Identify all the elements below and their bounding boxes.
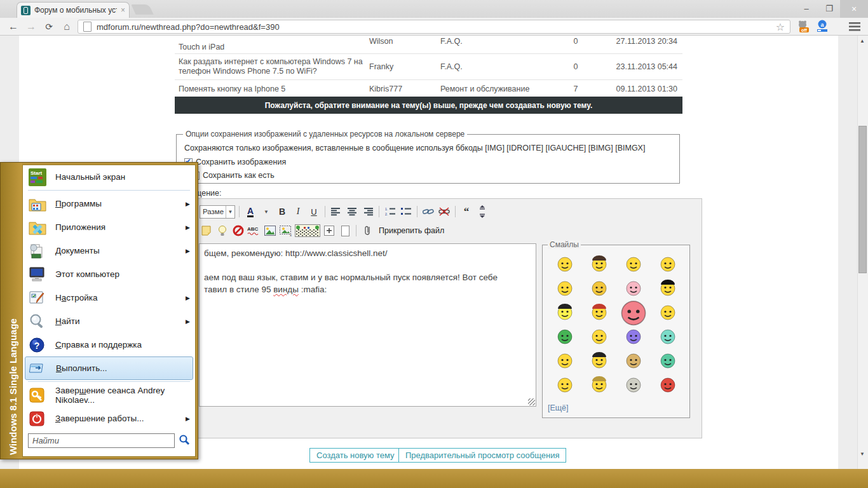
smiley-butt-icon[interactable] xyxy=(625,280,642,299)
smiley-thumbs-up-icon[interactable] xyxy=(557,376,573,395)
note-icon[interactable] xyxy=(200,224,214,238)
remove-link-button[interactable] xyxy=(437,205,451,219)
smiley-halo-smile-icon[interactable] xyxy=(660,255,676,274)
thread-section[interactable]: F.A.Q. xyxy=(440,36,556,53)
attach-icon[interactable] xyxy=(360,224,374,238)
smiley-old-man-icon[interactable] xyxy=(625,376,642,395)
underline-button[interactable]: U xyxy=(307,205,321,219)
smiley-facepalm-icon[interactable] xyxy=(591,280,607,299)
smiley-accordion-icon[interactable] xyxy=(591,304,607,323)
smiley-beret-mustache-icon[interactable] xyxy=(591,255,607,274)
address-bar[interactable]: mdforum.ru/newthread.php?do=newthread&f=… xyxy=(78,20,790,34)
quote-button[interactable]: “ xyxy=(459,205,473,219)
smiley-laughing-icon[interactable] xyxy=(557,255,573,274)
start-menu-item-settings[interactable]: Настройка▶ xyxy=(23,286,195,309)
start-menu-item-help[interactable]: ?Справка и поддержка xyxy=(23,333,195,356)
spellcheck-icon[interactable]: ABC xyxy=(247,224,261,238)
smiley-teal-grin-icon[interactable] xyxy=(660,328,676,347)
url-text[interactable]: mdforum.ru/newthread.php?do=newthread&f=… xyxy=(97,22,771,32)
start-menu-item-shutdown[interactable]: Завершение работы...▶ xyxy=(23,407,195,430)
thread-author[interactable]: Franky xyxy=(369,62,440,71)
thread-section[interactable]: F.A.Q. xyxy=(440,62,556,71)
thread-section[interactable]: Ремонт и обслуживание xyxy=(440,85,556,93)
start-menu-item-computer[interactable]: Этот компьютер xyxy=(23,262,195,286)
smiley-spider-green-icon[interactable] xyxy=(660,352,676,371)
align-center-button[interactable] xyxy=(345,205,359,219)
extension-off-icon[interactable]: off xyxy=(796,20,811,34)
scrollbar-thumb[interactable] xyxy=(858,126,867,273)
save-images-option[interactable]: Сохранить изображения xyxy=(184,158,286,166)
align-left-button[interactable] xyxy=(329,205,343,219)
start-menu-item-search[interactable]: Найти▶ xyxy=(23,309,195,333)
start-search-input[interactable]: Найти xyxy=(28,433,175,448)
browser-tab[interactable]: Форум о мобильных уст × xyxy=(17,2,130,18)
bookmark-star-icon[interactable]: ☆ xyxy=(776,21,785,33)
home-icon[interactable]: ⌂ xyxy=(60,20,74,33)
preview-button[interactable]: Предварительный просмотр сообщения xyxy=(398,448,566,463)
smiley-devil-angry-icon[interactable] xyxy=(625,255,642,274)
save-as-is-option[interactable]: Сохранить как есть xyxy=(191,171,275,180)
scroll-down-icon[interactable]: ▼ xyxy=(860,451,865,457)
start-menu-item-apps[interactable]: Приложения▶ xyxy=(23,215,195,239)
forward-icon[interactable]: → xyxy=(24,20,38,33)
thread-title[interactable]: Touch и iPad xyxy=(175,36,369,53)
extension-translate-icon[interactable]: a xyxy=(815,20,830,34)
font-color-dropdown-icon[interactable]: ▼ xyxy=(259,205,273,219)
minimize-button[interactable]: – xyxy=(796,0,817,17)
reload-icon[interactable]: ⟳ xyxy=(42,20,56,33)
smiley-pink-monster-icon[interactable] xyxy=(620,298,648,329)
hint-icon[interactable] xyxy=(215,224,229,238)
message-textarea[interactable]: бщем, рекомендую: http://www.classicshel… xyxy=(199,243,536,407)
smiley-green-grin-icon[interactable] xyxy=(557,328,573,347)
attach-file-label[interactable]: Прикрепить файл xyxy=(379,226,444,235)
thread-author[interactable]: Kibris777 xyxy=(369,85,440,93)
smiley-hasid-hat-icon[interactable] xyxy=(660,280,676,299)
smiley-worried-icon[interactable] xyxy=(660,304,676,323)
new-tab-button[interactable] xyxy=(131,4,153,15)
image-icon[interactable] xyxy=(263,224,277,238)
tab-title: Форум о мобильных уст xyxy=(34,6,117,15)
page-box-icon[interactable] xyxy=(338,224,352,238)
font-size-dropdown[interactable]: Разме▼ xyxy=(200,205,235,219)
image-resize-icon[interactable]: x xyxy=(279,224,293,238)
thread-author[interactable]: Wilson xyxy=(369,36,440,53)
submit-thread-button[interactable]: Создать новую тему xyxy=(309,448,402,463)
thread-title[interactable]: Поменять кнопку на Iphone 5 xyxy=(175,85,369,93)
bold-button[interactable]: B xyxy=(275,205,289,219)
restore-button[interactable]: ❐ xyxy=(818,0,840,17)
scroll-up-icon[interactable]: ▲ xyxy=(860,38,865,44)
italic-button[interactable]: I xyxy=(291,205,305,219)
close-button[interactable]: × xyxy=(840,0,868,18)
start-menu-item-logoff[interactable]: Завершение сеанса Andrey Nikolaev... xyxy=(23,383,195,407)
ascii-table-icon[interactable] xyxy=(295,224,320,238)
more-smileys-link[interactable]: [Ещё] xyxy=(548,403,569,412)
smiley-graduate-icon[interactable] xyxy=(557,304,573,323)
smiley-angry-hair-icon[interactable] xyxy=(591,352,607,371)
svg-text:ABC: ABC xyxy=(247,226,259,232)
start-menu-item-programs[interactable]: Программы▶ xyxy=(23,192,195,215)
smiley-mafia-hat-icon[interactable] xyxy=(591,376,607,395)
font-color-button[interactable]: A xyxy=(243,205,257,219)
insert-link-button[interactable] xyxy=(421,205,435,219)
expand-box-icon[interactable] xyxy=(322,224,336,238)
no-parse-icon[interactable] xyxy=(231,224,245,238)
smiley-crab-icon[interactable] xyxy=(660,376,676,395)
start-menu-item-documents[interactable]: Документы▶ xyxy=(23,239,195,262)
align-right-button[interactable] xyxy=(361,205,375,219)
start-menu-item-run[interactable]: Выполнить... xyxy=(25,356,193,380)
bullet-list-button[interactable] xyxy=(399,205,413,219)
smiley-cheering-icon[interactable] xyxy=(591,328,607,347)
thread-title[interactable]: Как раздать интернет с компьютера Window… xyxy=(175,57,369,76)
start-search-button[interactable] xyxy=(179,434,190,448)
smiley-thinking-icon[interactable] xyxy=(557,280,573,299)
expand-editor-button[interactable] xyxy=(475,205,489,219)
resize-handle[interactable] xyxy=(528,398,535,405)
back-icon[interactable]: ← xyxy=(6,20,20,33)
smiley-shocked-icon[interactable] xyxy=(557,352,573,371)
smiley-fig-hand-icon[interactable] xyxy=(625,352,642,371)
start-menu-item-start-screen[interactable]: StartНачальный экран xyxy=(23,165,195,189)
chrome-menu-icon[interactable] xyxy=(849,22,862,34)
smiley-sad-purple-icon[interactable] xyxy=(625,328,642,347)
tab-close-icon[interactable]: × xyxy=(121,6,125,15)
ordered-list-button[interactable]: 1.2. xyxy=(383,205,397,219)
